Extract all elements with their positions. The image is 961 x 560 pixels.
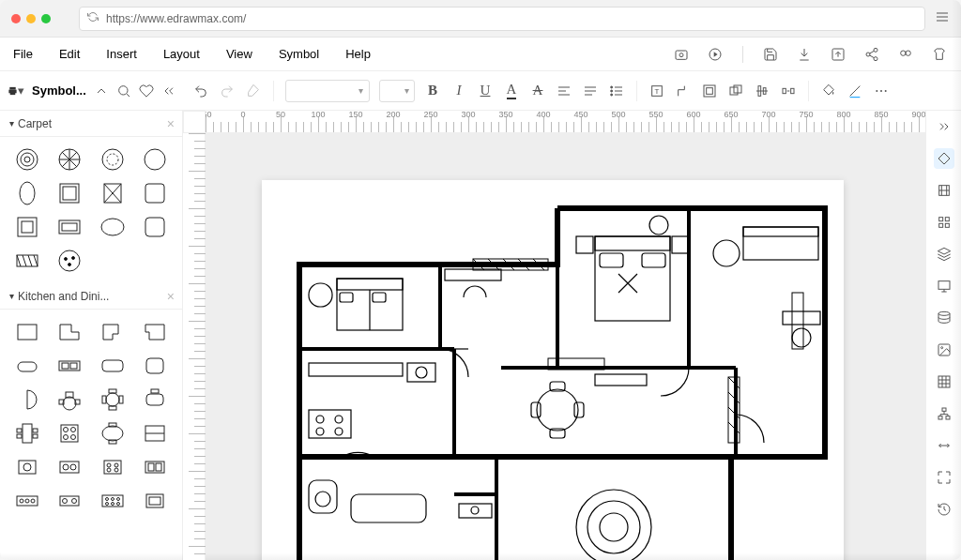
menu-view[interactable]: View [226,47,252,61]
shape-item[interactable] [9,248,45,274]
image-icon[interactable] [934,340,954,360]
shape-item[interactable] [53,180,88,206]
shape-item[interactable] [95,319,130,345]
shape-item[interactable] [95,386,130,413]
shape-item[interactable] [95,146,130,173]
collapse-up-icon[interactable] [94,83,109,99]
history-icon[interactable] [934,499,954,520]
align-left-icon[interactable] [556,83,572,99]
shape-item[interactable] [9,488,45,514]
shape-item[interactable] [53,420,88,446]
more-icon[interactable] [873,83,890,99]
save-icon[interactable] [762,46,779,63]
align-shape-icon[interactable] [754,83,770,99]
panel-header-kitchen[interactable]: ▾ Kitchen and Dini... × [0,283,182,310]
tshirt-icon[interactable] [931,46,948,63]
bullet-list-icon[interactable] [608,83,625,99]
distribute-icon[interactable] [780,83,797,99]
shape-item[interactable] [138,420,174,446]
shape-edit-icon[interactable] [934,148,954,169]
library-icon[interactable] [934,180,954,201]
shape-item[interactable] [53,214,88,240]
shape-item[interactable] [138,180,174,206]
menu-symbol[interactable]: Symbol [279,47,319,61]
heart-icon[interactable] [139,83,154,99]
shape-item[interactable] [9,420,45,446]
table-icon[interactable] [934,371,954,392]
shape-item[interactable] [9,319,45,345]
shape-item[interactable] [138,454,174,480]
connector-icon[interactable] [675,83,692,99]
shape-item[interactable] [53,146,88,173]
font-select[interactable]: ▾ [285,80,370,102]
dimension-icon[interactable] [934,435,954,456]
shape-item[interactable] [53,319,88,345]
data-icon[interactable] [934,308,954,328]
shape-item[interactable] [53,488,88,514]
play-icon[interactable] [707,46,724,63]
shape-item[interactable] [95,420,130,446]
italic-icon[interactable]: I [450,83,467,99]
menu-layout[interactable]: Layout [163,47,200,61]
underline-icon[interactable]: U [477,83,494,99]
shape-item[interactable] [95,353,130,379]
format-painter-icon[interactable] [245,83,262,99]
shape-item[interactable] [53,454,88,480]
browser-menu-icon[interactable] [935,9,950,28]
shape-item[interactable] [9,353,45,379]
shape-item[interactable] [138,353,174,379]
shape-item[interactable] [9,454,45,480]
shape-item[interactable] [138,146,174,173]
minimize-window-icon[interactable] [26,14,36,23]
search-icon[interactable] [116,83,131,99]
align-v-icon[interactable] [582,83,599,99]
drawing-page[interactable] [262,180,844,560]
grid-apps-icon[interactable] [934,212,954,233]
collapse-left-icon[interactable] [161,83,176,99]
menu-insert[interactable]: Insert [106,47,137,61]
shape-item[interactable] [9,146,45,173]
font-color-icon[interactable]: A [503,83,520,99]
shape-item[interactable] [95,214,130,240]
printer-icon[interactable]: ▾ [8,83,24,99]
maximize-window-icon[interactable] [41,14,51,23]
share-icon[interactable] [863,46,880,63]
download-icon[interactable] [796,46,813,63]
shape-item[interactable] [138,214,174,240]
shape-item[interactable] [95,488,130,514]
refresh-icon[interactable] [87,11,99,25]
strikethrough-icon[interactable]: A [529,83,546,99]
collapse-right-icon[interactable] [934,116,954,137]
shape-item[interactable] [95,454,130,480]
shape-item[interactable] [9,180,45,206]
shape-box-icon[interactable] [701,83,718,99]
view-icon[interactable] [897,46,914,63]
canvas[interactable] [206,133,925,560]
shape-item[interactable] [95,180,130,206]
menu-help[interactable]: Help [345,47,371,61]
shape-item[interactable] [53,386,88,413]
redo-icon[interactable] [219,83,236,99]
fill-bucket-icon[interactable] [820,83,837,99]
shape-rect-icon[interactable] [727,83,744,99]
layers-icon[interactable] [934,244,954,265]
close-window-icon[interactable] [11,14,21,23]
shape-item[interactable] [138,488,174,514]
shape-item[interactable] [53,248,88,274]
shape-item[interactable] [53,353,88,379]
shape-item[interactable] [9,386,45,413]
menu-file[interactable]: File [13,47,33,61]
camera-icon[interactable] [673,46,690,63]
url-bar[interactable]: https://www.edrawmax.com/ [79,7,925,31]
undo-icon[interactable] [192,83,209,99]
bold-icon[interactable]: B [424,83,441,99]
panel-header-carpet[interactable]: ▾ Carpet × [0,111,182,137]
menu-edit[interactable]: Edit [59,47,80,61]
shape-item[interactable] [138,319,174,345]
presentation-icon[interactable] [934,276,954,296]
close-icon[interactable]: × [167,289,175,304]
export-icon[interactable] [830,46,847,63]
text-tool-icon[interactable]: T [648,83,665,99]
org-chart-icon[interactable] [934,403,954,424]
shape-item[interactable] [138,386,174,413]
